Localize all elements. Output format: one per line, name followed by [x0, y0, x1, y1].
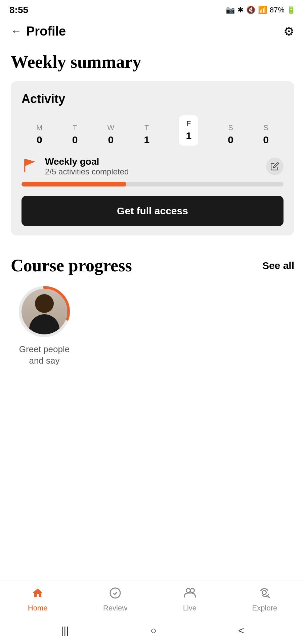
day-count-t1: 0: [72, 134, 78, 146]
weekly-summary-title: Weekly summary: [0, 45, 305, 81]
live-label: Live: [183, 604, 197, 612]
status-icons: 📷 ✱ 🔇 📶 87% 🔋: [226, 6, 296, 14]
day-grid: M 0 T 0 W 0 T 1 F 1 S 0 S 0: [21, 115, 284, 146]
svg-point-2: [110, 588, 120, 598]
system-nav: ||| ○ <: [0, 617, 305, 644]
home-label: Home: [28, 604, 48, 612]
header-left: ← Profile: [11, 24, 66, 39]
status-bar: 8:55 📷 ✱ 🔇 📶 87% 🔋: [0, 0, 305, 19]
course-cards: Greet peopleand say: [0, 285, 305, 367]
day-label-t1: T: [73, 123, 77, 132]
day-thursday: T 1: [144, 123, 149, 146]
person-head: [35, 294, 54, 313]
course-progress-title: Course progress: [11, 256, 132, 275]
battery-label: 87% 🔋: [270, 6, 296, 14]
course-avatar: [21, 289, 67, 334]
svg-point-3: [186, 589, 190, 593]
nav-item-live[interactable]: Live: [183, 587, 197, 612]
nav-item-home[interactable]: Home: [28, 587, 48, 612]
day-friday: F 1: [179, 115, 198, 146]
course-name: Greet peopleand say: [19, 344, 70, 367]
home-icon: [32, 587, 44, 602]
day-label-w: W: [107, 123, 115, 132]
weekly-goal-row: Weekly goal 2/5 activities completed: [21, 156, 284, 176]
system-home-button[interactable]: ○: [150, 625, 157, 636]
day-count-t2: 1: [144, 134, 149, 146]
person-body: [29, 314, 59, 334]
day-count-m: 0: [37, 134, 42, 146]
course-progress-header: Course progress See all: [0, 235, 305, 285]
bottom-nav: Home Review Live Explore: [0, 581, 305, 617]
weekly-goal-text: Weekly goal 2/5 activities completed: [45, 156, 129, 176]
status-time: 8:55: [9, 5, 28, 15]
course-avatar-wrapper: [17, 285, 71, 338]
day-count-s2: 0: [263, 134, 269, 146]
day-label-m: M: [36, 123, 42, 132]
flag-icon: [21, 158, 39, 175]
progress-bar-fill: [21, 182, 126, 186]
see-all-button[interactable]: See all: [262, 260, 294, 271]
system-menu-button[interactable]: |||: [61, 625, 69, 636]
goal-title: Weekly goal: [45, 156, 129, 167]
person-face: [21, 289, 67, 334]
nav-item-explore[interactable]: Explore: [252, 587, 277, 612]
svg-point-4: [190, 589, 194, 593]
day-count-s1: 0: [228, 134, 233, 146]
weekly-goal-left: Weekly goal 2/5 activities completed: [21, 156, 129, 176]
day-count-w: 0: [108, 134, 114, 146]
settings-button[interactable]: ⚙: [284, 24, 294, 39]
live-icon: [184, 587, 196, 602]
day-label-s1: S: [228, 123, 233, 132]
day-sunday: S 0: [263, 123, 269, 146]
day-label-s2: S: [263, 123, 268, 132]
system-back-button[interactable]: <: [238, 625, 244, 636]
day-label-t2: T: [144, 123, 149, 132]
day-tuesday: T 0: [72, 123, 78, 146]
day-label-f: F: [186, 119, 191, 128]
review-icon: [109, 587, 121, 602]
explore-icon: [259, 587, 271, 602]
day-monday: M 0: [36, 123, 42, 146]
review-label: Review: [103, 604, 127, 612]
day-wednesday: W 0: [107, 123, 115, 146]
nav-item-review[interactable]: Review: [103, 587, 127, 612]
course-card-greet[interactable]: Greet peopleand say: [11, 285, 78, 367]
day-saturday: S 0: [228, 123, 233, 146]
get-full-access-button[interactable]: Get full access: [21, 196, 284, 226]
camera-icon: 📷: [226, 6, 235, 14]
page-title: Profile: [26, 24, 66, 39]
svg-point-5: [262, 591, 266, 595]
mute-icon: 🔇: [246, 6, 255, 14]
goal-subtitle: 2/5 activities completed: [45, 167, 129, 176]
activity-card: Activity M 0 T 0 W 0 T 1 F 1 S 0 S 0: [11, 81, 294, 235]
header: ← Profile ⚙: [0, 19, 305, 45]
explore-label: Explore: [252, 604, 277, 612]
progress-bar: [21, 182, 284, 186]
wifi-icon: 📶: [258, 6, 267, 14]
edit-goal-button[interactable]: [266, 158, 284, 175]
day-count-f: 1: [186, 130, 191, 142]
back-button[interactable]: ←: [11, 25, 21, 38]
activity-title: Activity: [21, 92, 284, 106]
bluetooth-icon: ✱: [237, 6, 244, 14]
